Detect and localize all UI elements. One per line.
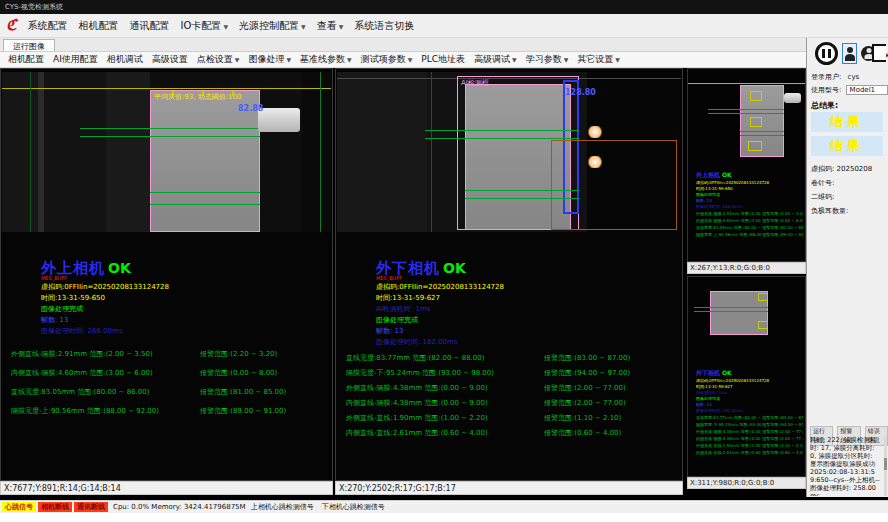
exit-button[interactable]: ↦ xyxy=(872,44,886,62)
menu-item-相机配置[interactable]: 相机配置 xyxy=(79,19,119,33)
toolbar-item-高级调试[interactable]: 高级调试▼ xyxy=(474,53,517,66)
chevron-down-icon: ▼ xyxy=(615,56,620,63)
menu-item-系统配置[interactable]: 系统配置 xyxy=(28,19,68,33)
gray-threshold-overlay: 平均灰值:93, 动态阈值:100 xyxy=(154,92,241,102)
measure-line xyxy=(694,311,768,312)
measurement-alarm-range: 报警范围:(89.00 ~ 91.00) xyxy=(762,231,803,238)
gripper-object xyxy=(258,108,300,132)
menu-item-光源控制配置[interactable]: 光源控制配置▼ xyxy=(239,19,306,33)
log-text: 耗时: 222, 涂膜检测耗时: 17, 涂膜分离耗时: 0, 涂膜提取分区耗时… xyxy=(810,436,881,496)
tab-strip: 运行图像 xyxy=(0,38,888,52)
roi-box-overlay xyxy=(750,117,762,127)
measurement-alarm-range: 报警范围:(2.20 ~ 3.20) xyxy=(200,349,326,368)
camera-image-lower[interactable]: AI检测框 128.80 xyxy=(337,72,681,232)
camera-status: OK xyxy=(108,260,131,276)
thumbnail-measurement-row: 直线宽度:83.77mm 范围:(82.00 ~ 88.00)报警范围:(83.… xyxy=(696,414,803,421)
highlight-spot xyxy=(587,126,603,138)
baseline-overlay xyxy=(688,83,805,84)
toolbar-item-高级设置[interactable]: 高级设置 xyxy=(152,53,188,66)
measurement-value: 内侧直线-隔膜:4.38mm 范围:(0.00 ~ 9.00) xyxy=(696,435,762,442)
measurement-value: 隔膜宽度-下:95.24mm 范围:(93.00 ~ 98.00) xyxy=(346,368,544,383)
toolbar-item-基准线参数[interactable]: 基准线参数▼ xyxy=(300,53,352,66)
mes-flag: MES_BUFF xyxy=(376,275,402,281)
pixel-coord-bar-lower: X:270;Y:2502;R:17;G:17;B:17 xyxy=(335,481,683,495)
pause-button[interactable] xyxy=(815,42,838,65)
sidebar-field-虚拟码:: 虚拟码: 20250208 xyxy=(811,164,872,174)
menu-item-系统语言切换[interactable]: 系统语言切换 xyxy=(354,19,414,33)
machine-band xyxy=(106,72,150,232)
measure-line xyxy=(708,113,784,114)
measurement-row: 隔膜宽度-上:90.56mm 范围:(88.00 ~ 92.00)报警范围:(8… xyxy=(11,406,326,425)
toolbar-item-图像处理[interactable]: 图像处理▼ xyxy=(248,53,291,66)
sidebar-field-卷针号:: 卷针号: xyxy=(811,178,834,188)
measurement-alarm-range: 报警范围:(94.00 ~ 97.00) xyxy=(762,421,803,428)
camera-panel-lower[interactable]: AI检测框 128.80 外下相机OK MES_BUFF 虚拟码:0FFIIin… xyxy=(335,68,683,481)
toolbar-item-相机调试[interactable]: 相机调试 xyxy=(107,53,143,66)
chevron-down-icon: ▼ xyxy=(339,23,344,30)
roi-box-overlay xyxy=(758,321,768,329)
measurement-alarm-range: 报警范围:(83.00 ~ 87.00) xyxy=(544,353,676,368)
sidebar-field-负极耳数量:: 负极耳数量: xyxy=(811,206,848,216)
measurement-alarm-range: 报警范围:(2.00 ~ 77.00) xyxy=(762,428,803,435)
login-user-button[interactable] xyxy=(842,43,857,64)
model-row: 使用型号: Model1 xyxy=(811,85,888,95)
measurement-value: 内侧直线-隔膜:4.38mm 范围:(0.00 ~ 9.00) xyxy=(346,398,544,413)
measurement-value: 内侧直线-隔膜:4.60mm 范围:(3.00 ~ 6.00) xyxy=(11,368,200,387)
tab-run-image[interactable]: 运行图像 xyxy=(3,39,55,51)
thumbnail-measurement-row: 内侧直线-隔膜:4.60mm 范围:(3.00 ~ 6.00)报警范围:(0.0… xyxy=(696,217,803,224)
ai-box-label-overlay: AI检测框 xyxy=(461,78,489,88)
menu-item-通讯配置[interactable]: 通讯配置 xyxy=(130,19,170,33)
camera-info-line: 图像处理完成 xyxy=(41,304,169,315)
measurement-row: 隔膜宽度-下:95.24mm 范围:(93.00 ~ 98.00)报警范围:(9… xyxy=(346,368,676,383)
roi-box-overlay xyxy=(758,293,768,301)
roi-box-overlay xyxy=(748,141,762,151)
menu-item-查看[interactable]: 查看▼ xyxy=(317,19,344,33)
log-scrollbar[interactable] xyxy=(884,436,887,496)
camera-image-upper[interactable]: 平均灰值:93, 动态阈值:100 82.88 xyxy=(2,72,331,232)
thumbnail-measurement-row: 直线宽度:83.05mm 范围:(80.00 ~ 86.00)报警范围:(81.… xyxy=(696,224,803,231)
chevron-down-icon: ▼ xyxy=(235,56,240,63)
control-sidebar: ↦ 登录用户: cys 使用型号: Model1 总结果: 结果结果虚拟码: 2… xyxy=(806,38,888,497)
toolbar-item-测试项参数[interactable]: 测试项参数▼ xyxy=(361,53,413,66)
highlight-spot xyxy=(587,156,603,168)
toolbar-item-点检设置[interactable]: 点检设置▼ xyxy=(197,53,240,66)
thumbnail-camera-title: 外下相机OK xyxy=(696,369,803,378)
measurement-row: 内侧直线-隔膜:4.38mm 范围:(0.00 ~ 9.00)报警范围:(2.0… xyxy=(346,398,676,413)
measurement-value: 外侧直线-直线:1.90mm 范围:(1.00 ~ 2.20) xyxy=(346,413,544,428)
total-result-label: 总结果: xyxy=(811,100,838,111)
camera-panel-upper[interactable]: 平均灰值:93, 动态阈值:100 82.88 外上相机OK MES_BUFF … xyxy=(0,68,333,481)
toolbar-item-相机配置[interactable]: 相机配置 xyxy=(8,53,44,66)
toolbar-item-PLC地址表[interactable]: PLC地址表 xyxy=(421,53,465,66)
thumbnail-camera-title: 外上相机OK xyxy=(696,171,803,180)
thumbnail-text-block: 外下相机OK虚拟码:0FFIIin=20250208133124728时间:13… xyxy=(696,369,803,456)
toolbar-item-学习参数[interactable]: 学习参数▼ xyxy=(526,53,569,66)
thumbnail-upper-camera[interactable]: 外上相机OK虚拟码:0FFIIin=20250208133124728时间:13… xyxy=(687,68,806,262)
measurement-value: 隔膜宽度-上:90.56mm 范围:(88.00 ~ 92.00) xyxy=(696,231,762,238)
thumbnail-lower-camera[interactable]: 外下相机OK虚拟码:0FFIIin=20250208133124728时间:13… xyxy=(687,276,806,477)
cell-region-overlay xyxy=(740,85,784,157)
measurement-value: 隔膜宽度-上:90.56mm 范围:(88.00 ~ 92.00) xyxy=(11,406,200,425)
measurement-alarm-range: 报警范围:(0.00 ~ 8.00) xyxy=(200,368,326,387)
measurement-alarm-range: 报警范围:(1.10 ~ 2.10) xyxy=(544,413,676,428)
measure-value-overlay: 128.80 xyxy=(565,88,596,97)
heartbeat-message: 下相机心跳检测信号 xyxy=(322,502,385,512)
camera-info-line: 帧数: 13 xyxy=(376,326,504,337)
model-select[interactable]: Model1 xyxy=(846,85,888,95)
measurement-value: 直线宽度:83.77mm 范围:(82.00 ~ 88.00) xyxy=(696,414,762,421)
menu-item-IO卡配置[interactable]: IO卡配置▼ xyxy=(181,19,228,33)
chevron-down-icon: ▼ xyxy=(286,56,291,63)
toolbar-item-AI使用配置[interactable]: AI使用配置 xyxy=(53,53,98,66)
orange-roi-overlay xyxy=(551,140,677,230)
baseline-overlay xyxy=(2,88,331,89)
measurement-alarm-range: 报警范围:(1.10 ~ 2.10) xyxy=(762,442,803,449)
measurement-row: 外侧直线-隔膜:4.38mm 范围:(0.00 ~ 9.00)报警范围:(2.0… xyxy=(346,383,676,398)
measurement-alarm-range: 报警范围:(2.00 ~ 77.00) xyxy=(544,398,676,413)
status-badge-相机断线: 相机断线 xyxy=(38,502,72,512)
thumbnail-measurement-row: 隔膜宽度-下:95.24mm 范围:(93.00 ~ 98.00)报警范围:(9… xyxy=(696,421,803,428)
machine-band xyxy=(337,72,427,232)
field-value: 20250208 xyxy=(834,165,872,173)
field-label: 虚拟码: xyxy=(811,165,834,173)
measurement-alarm-range: 报警范围:(2.00 ~ 77.00) xyxy=(762,435,803,442)
toolbar-item-其它设置[interactable]: 其它设置▼ xyxy=(577,53,620,66)
measurement-value: 隔膜宽度-下:95.24mm 范围:(93.00 ~ 98.00) xyxy=(696,421,762,428)
